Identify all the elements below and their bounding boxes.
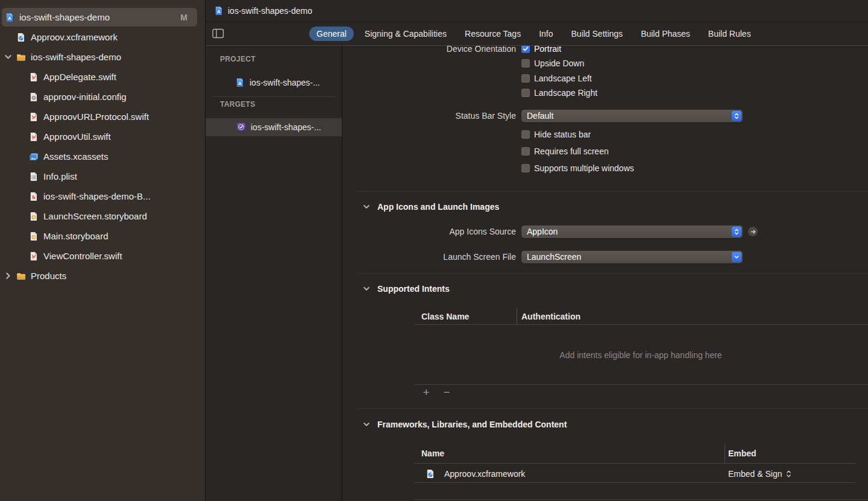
swift-file-icon: [29, 251, 39, 261]
navigator-item-label: Products: [31, 271, 66, 281]
navigator-item-appdelegate[interactable]: AppDelegate.swift: [0, 67, 205, 87]
swift-file-icon: [29, 112, 39, 122]
navigator-item-products[interactable]: Products: [0, 266, 205, 286]
navigator-item-xcframework[interactable]: Approov.xcframework: [0, 27, 205, 47]
requires-full-screen-checkbox[interactable]: [521, 147, 530, 156]
jump-arrow-button[interactable]: [748, 227, 758, 236]
chevron-down-icon[interactable]: [363, 285, 370, 292]
table-line: [414, 499, 868, 500]
editor-title: ios-swift-shapes-demo: [228, 6, 312, 16]
sidebar-toggle-icon[interactable]: [212, 28, 224, 39]
tab-signing-capabilities[interactable]: Signing & Capabilities: [357, 27, 454, 41]
chevron-down-icon[interactable]: [4, 53, 12, 61]
chevron-down-icon: [732, 252, 741, 262]
navigator-item-label: ViewController.swift: [43, 251, 122, 261]
status-bar-style-select[interactable]: Default: [521, 110, 743, 122]
stepper-icon: [732, 111, 741, 121]
landscape-left-row: Landscape Left: [521, 72, 592, 85]
supports-multiple-windows-row: Supports multiple windows: [521, 162, 634, 175]
device-orientation-label: Device Orientation: [342, 46, 516, 54]
navigator-item-group-folder[interactable]: ios-swift-shapes-demo: [0, 47, 205, 67]
chevron-down-icon[interactable]: [363, 203, 370, 210]
swift-file-icon: [29, 132, 39, 142]
landscape-right-checkbox[interactable]: [521, 89, 530, 97]
navigator-item-launchscreen[interactable]: LaunchScreen.storyboard: [0, 206, 205, 226]
requires-full-screen-row: Requires full screen: [521, 145, 609, 158]
navigator-item-viewcontroller[interactable]: ViewController.swift: [0, 246, 205, 266]
arrow-right-icon: [750, 228, 756, 235]
launch-screen-file-combobox[interactable]: LaunchScreen: [521, 251, 743, 263]
supports-multiple-windows-label: Supports multiple windows: [534, 163, 634, 173]
navigator-item-label: approov-initial.config: [43, 92, 127, 102]
remove-intent-button[interactable]: −: [441, 387, 452, 398]
embed-setting-select[interactable]: Embed & Sign: [728, 467, 791, 481]
tab-build-phases[interactable]: Build Phases: [634, 27, 697, 41]
navigator-item-main-storyboard[interactable]: Main.storyboard: [0, 226, 205, 246]
navigator-item-label: ios-swift-shapes-demo-B...: [43, 191, 151, 201]
navigator-item-assets[interactable]: Assets.xcassets: [0, 147, 205, 166]
navigator-item-label: Info.plist: [43, 171, 77, 181]
chevron-down-icon[interactable]: [363, 421, 370, 428]
section-separator: [358, 191, 868, 192]
add-intent-button[interactable]: +: [421, 387, 432, 398]
navigator-item-bridging-header[interactable]: ios-swift-shapes-demo-B...: [0, 186, 205, 206]
editor-title-bar: ios-swift-shapes-demo: [206, 0, 868, 22]
upside-down-label: Upside Down: [534, 58, 584, 68]
navigator-item-info-plist[interactable]: Info.plist: [0, 166, 205, 186]
chevron-right-icon[interactable]: [4, 272, 12, 280]
project-icon: [5, 13, 14, 22]
status-bar-style-row: Status Bar Style Default: [342, 109, 743, 122]
tab-info[interactable]: Info: [532, 27, 560, 41]
editor-tab-bar: General Signing & Capabilities Resource …: [206, 22, 868, 46]
stepper-icon: [732, 227, 741, 237]
project-item-label: ios-swift-shapes-...: [250, 78, 320, 87]
framework-name: Approov.xcframework: [444, 469, 525, 479]
frameworks-column-embed: Embed: [728, 449, 756, 458]
navigator-item-approov-util[interactable]: ApproovUtil.swift: [0, 127, 205, 147]
upside-down-checkbox[interactable]: [521, 59, 530, 68]
plist-file-icon: [29, 172, 39, 181]
swift-file-icon: [29, 72, 39, 82]
navigator-item-label: ios-swift-shapes-demo: [19, 12, 110, 22]
upside-down-row: Upside Down: [521, 57, 584, 70]
asset-catalog-icon: [29, 152, 39, 162]
app-icons-source-select[interactable]: AppIcon: [521, 225, 743, 238]
launch-screen-file-value: LaunchScreen: [527, 252, 732, 262]
navigator-item-approov-urlprotocol[interactable]: ApproovURLProtocol.swift: [0, 107, 205, 127]
hide-status-bar-row: Hide status bar: [521, 128, 591, 141]
targets-section-header: TARGETS: [220, 100, 256, 109]
table-line: [414, 463, 855, 464]
folder-icon: [16, 271, 26, 281]
navigator-item-project-root[interactable]: ios-swift-shapes-demo M: [0, 7, 205, 27]
hide-status-bar-checkbox[interactable]: [521, 130, 530, 139]
navigator-item-label: Approov.xcframework: [31, 32, 118, 42]
tab-build-rules[interactable]: Build Rules: [701, 27, 758, 41]
project-item[interactable]: ios-swift-shapes-...: [206, 74, 342, 92]
frameworks-section-title: Frameworks, Libraries, and Embedded Cont…: [377, 420, 567, 429]
launch-screen-file-label: Launch Screen File: [342, 252, 516, 262]
tab-resource-tags[interactable]: Resource Tags: [458, 27, 528, 41]
navigator-item-label: ios-swift-shapes-demo: [31, 52, 121, 62]
tab-general[interactable]: General: [309, 27, 354, 41]
project-section-header: PROJECT: [220, 55, 256, 63]
config-file-icon: [29, 92, 39, 102]
target-item[interactable]: ios-swift-shapes-...: [206, 118, 342, 136]
supports-multiple-windows-checkbox[interactable]: [521, 164, 530, 172]
panel-divider: [213, 96, 336, 97]
navigator-item-label: LaunchScreen.storyboard: [43, 211, 147, 221]
project-icon: [235, 78, 245, 87]
landscape-left-checkbox[interactable]: [521, 74, 530, 83]
navigator-item-label: AppDelegate.swift: [43, 72, 116, 82]
storyboard-file-icon: [29, 232, 39, 241]
table-line: [414, 324, 868, 325]
navigator-item-approov-config[interactable]: approov-initial.config: [0, 87, 205, 107]
framework-row[interactable]: Approov.xcframework: [426, 467, 525, 481]
frameworks-section-header: Frameworks, Libraries, and Embedded Cont…: [363, 418, 567, 431]
frameworks-column-name: Name: [421, 449, 444, 458]
portrait-checkbox[interactable]: [521, 46, 530, 53]
header-file-icon: [29, 192, 39, 201]
file-navigator: ios-swift-shapes-demo M Approov.xcframew…: [0, 0, 206, 501]
framework-file-icon: [426, 469, 435, 479]
app-icons-source-label: App Icons Source: [342, 227, 516, 236]
tab-build-settings[interactable]: Build Settings: [564, 27, 631, 41]
